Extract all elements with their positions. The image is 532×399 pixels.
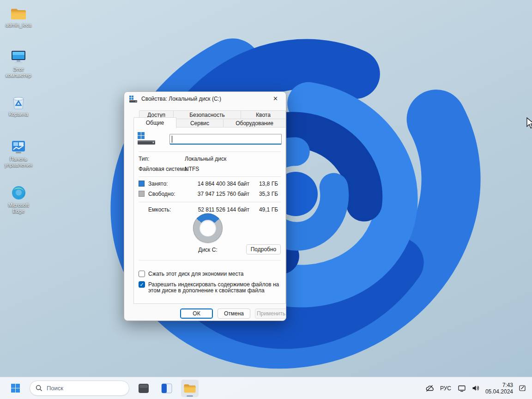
desktop-icon-admin-leca[interactable]: admin_leca bbox=[2, 5, 35, 28]
taskbar-clock[interactable]: 7:43 05.04.2024 bbox=[485, 382, 513, 395]
capacity-size: 49,1 ГБ bbox=[250, 206, 278, 213]
desktop-icon-edge[interactable]: Microsoft Edge bbox=[2, 185, 35, 214]
clock-date: 05.04.2024 bbox=[485, 388, 513, 395]
text-caret bbox=[172, 136, 172, 143]
folder-icon bbox=[10, 5, 27, 20]
desktop-icon-label: admin_leca bbox=[6, 22, 31, 28]
taskbar-app-file-explorer[interactable] bbox=[181, 380, 199, 397]
file-explorer-icon bbox=[183, 383, 196, 393]
index-checkbox[interactable]: ✓ bbox=[139, 281, 145, 288]
computer-icon bbox=[10, 49, 27, 65]
used-bytes: 14 864 400 384 байт bbox=[185, 181, 249, 187]
clock-time: 7:43 bbox=[502, 382, 513, 388]
desktop-icon-label: Microsoft Edge bbox=[2, 202, 35, 214]
tab-general[interactable]: Общие bbox=[133, 117, 176, 128]
free-label: Свободно: bbox=[148, 191, 175, 197]
used-legend-swatch bbox=[139, 181, 145, 187]
tab-tools[interactable]: Сервис bbox=[176, 119, 224, 127]
type-label: Тип: bbox=[139, 156, 149, 162]
disk-usage-donut-hole bbox=[200, 220, 216, 236]
capacity-label: Емкость: bbox=[148, 206, 171, 213]
dark-window-icon bbox=[138, 382, 150, 394]
details-button[interactable]: Подробно bbox=[246, 244, 281, 254]
volume-label-input[interactable] bbox=[169, 134, 282, 145]
index-checkbox-label: Разрешить индексировать содержимое файло… bbox=[148, 282, 284, 294]
type-value: Локальный диск bbox=[185, 156, 226, 162]
apply-button[interactable]: Применить bbox=[255, 308, 286, 319]
capacity-bytes: 52 811 526 144 байт bbox=[185, 206, 249, 213]
split-window-icon bbox=[161, 382, 173, 394]
desktop-icon-label: Корзина bbox=[9, 111, 28, 117]
taskbar: Поиск bbox=[0, 377, 532, 399]
search-icon bbox=[36, 385, 42, 392]
onedrive-offline-icon[interactable] bbox=[424, 383, 435, 393]
desktop-icon-recycle-bin[interactable]: Корзина bbox=[2, 94, 35, 117]
drive-icon-small bbox=[129, 96, 137, 103]
disk-chart-label: Диск C: bbox=[185, 247, 231, 253]
dialog-titlebar[interactable]: Свойства: Локальный диск (C:) ✕ bbox=[124, 92, 286, 106]
tab-hardware[interactable]: Оборудование bbox=[223, 119, 286, 127]
volume-icon[interactable] bbox=[471, 383, 481, 393]
edge-icon bbox=[11, 185, 26, 200]
search-placeholder: Поиск bbox=[47, 385, 63, 392]
separator bbox=[139, 151, 281, 152]
start-button[interactable] bbox=[6, 380, 24, 397]
desktop-icon-this-pc[interactable]: Этот компьютер bbox=[2, 49, 35, 79]
ok-button[interactable]: ОК bbox=[180, 308, 213, 319]
drive-icon-large bbox=[137, 131, 156, 145]
separator bbox=[139, 260, 281, 260]
network-icon[interactable] bbox=[457, 383, 467, 393]
desktop-icon-label: Панель управления bbox=[2, 156, 35, 168]
control-panel-icon bbox=[11, 139, 26, 154]
taskbar-app-dark-window[interactable] bbox=[135, 380, 152, 397]
dialog-title: Свойства: Локальный диск (C:) bbox=[141, 96, 221, 102]
free-size: 35,3 ГБ bbox=[250, 191, 278, 197]
disk-usage-donut bbox=[193, 213, 223, 243]
windows-logo-icon bbox=[11, 383, 20, 393]
tab-security[interactable]: Безопасность bbox=[173, 110, 241, 119]
desktop-icon-control-panel[interactable]: Панель управления bbox=[2, 139, 35, 168]
compress-checkbox-label: Сжать этот диск для экономии места bbox=[148, 271, 284, 277]
used-label: Занято: bbox=[148, 181, 168, 187]
free-legend-swatch bbox=[139, 191, 145, 197]
desktop-icon-label: Этот компьютер bbox=[2, 66, 35, 79]
filesystem-label: Файловая система: bbox=[139, 166, 188, 172]
recycle-bin-icon bbox=[11, 94, 26, 109]
taskbar-app-blue-window[interactable] bbox=[158, 380, 175, 397]
cancel-button[interactable]: Отмена bbox=[218, 308, 250, 319]
running-app-indicator bbox=[187, 395, 193, 397]
separator bbox=[139, 176, 281, 177]
free-bytes: 37 947 125 760 байт bbox=[185, 191, 249, 197]
properties-dialog: Свойства: Локальный диск (C:) ✕ Доступ Б… bbox=[124, 91, 286, 321]
used-size: 13,8 ГБ bbox=[250, 181, 278, 187]
taskbar-search-input[interactable]: Поиск bbox=[30, 381, 129, 396]
tab-page-general: Тип: Локальный диск Файловая система: NT… bbox=[133, 127, 286, 304]
language-indicator[interactable]: РУС bbox=[439, 384, 453, 393]
filesystem-value: NTFS bbox=[185, 166, 199, 172]
close-icon[interactable]: ✕ bbox=[265, 92, 286, 105]
tab-quota[interactable]: Квота bbox=[241, 110, 286, 119]
notification-pen-icon[interactable] bbox=[517, 383, 527, 393]
compress-checkbox[interactable] bbox=[139, 271, 145, 277]
separator bbox=[139, 202, 281, 202]
